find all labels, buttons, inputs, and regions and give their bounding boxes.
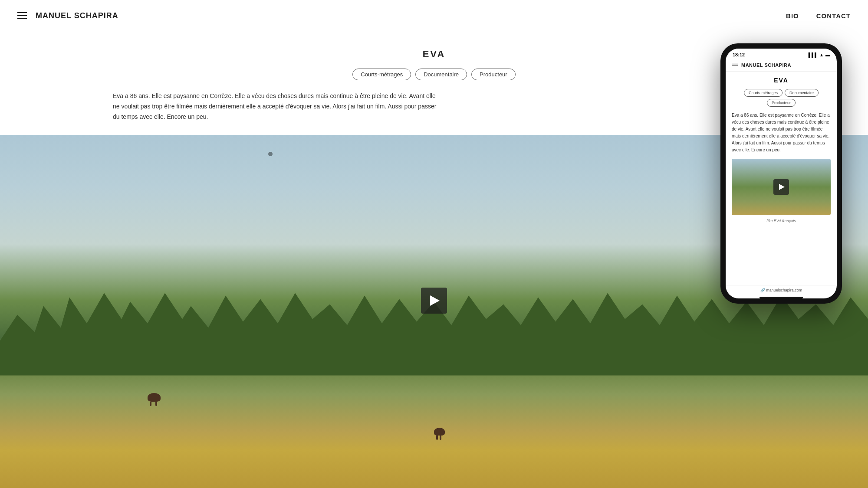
phone-mockup: 18:12 ▌▌▌ ▲ ▬ MANUEL SCHAPIRA EVA Courts… bbox=[720, 43, 842, 304]
bio-link[interactable]: BIO bbox=[786, 12, 799, 20]
battery-icon: ▬ bbox=[825, 52, 830, 57]
phone-content[interactable]: EVA Courts-métrages Documentaire Product… bbox=[726, 72, 837, 285]
phone-tag-producteur[interactable]: Producteur bbox=[767, 99, 796, 107]
wifi-icon: ▲ bbox=[819, 52, 824, 57]
phone-tag-courts[interactable]: Courts-métrages bbox=[744, 89, 783, 97]
cursor bbox=[268, 152, 273, 156]
cow-2 bbox=[434, 428, 445, 436]
phone-play-triangle-icon bbox=[779, 184, 785, 190]
site-title: MANUEL SCHAPIRA bbox=[36, 11, 118, 20]
site-header: MANUEL SCHAPIRA BIO CONTACT bbox=[0, 0, 868, 31]
phone-video-caption: film EVA français bbox=[732, 219, 831, 223]
phone-hamburger-icon[interactable] bbox=[732, 63, 738, 68]
link-icon: 🔗 bbox=[760, 288, 766, 292]
tag-documentaire[interactable]: Documentaire bbox=[415, 69, 467, 80]
phone-time: 18:12 bbox=[733, 52, 745, 57]
phone-project-title: EVA bbox=[732, 77, 831, 84]
tag-producteur[interactable]: Producteur bbox=[471, 69, 516, 80]
hamburger-menu-button[interactable] bbox=[17, 12, 27, 19]
phone-tag-documentaire[interactable]: Documentaire bbox=[785, 89, 819, 97]
phone-status-bar: 18:12 ▌▌▌ ▲ ▬ bbox=[726, 49, 837, 59]
cow-1 bbox=[148, 393, 161, 402]
signal-icon: ▌▌▌ bbox=[809, 52, 818, 57]
phone-footer: 🔗 manuelschapira.com bbox=[726, 285, 837, 295]
phone-website-text: manuelschapira.com bbox=[766, 288, 802, 292]
phone-tags-row: Courts-métrages Documentaire Producteur bbox=[732, 89, 831, 107]
phone-status-icons: ▌▌▌ ▲ ▬ bbox=[809, 52, 830, 57]
tag-courts-metrages[interactable]: Courts-métrages bbox=[352, 69, 411, 80]
play-triangle-icon bbox=[430, 295, 440, 306]
header-left: MANUEL SCHAPIRA bbox=[17, 11, 118, 20]
project-description: Eva a 86 ans. Elle est paysanne en Corrè… bbox=[113, 91, 443, 122]
phone-website-link[interactable]: 🔗 manuelschapira.com bbox=[760, 288, 802, 292]
phone-screen: 18:12 ▌▌▌ ▲ ▬ MANUEL SCHAPIRA EVA Courts… bbox=[726, 49, 837, 298]
phone-project-description: Eva a 86 ans. Elle est paysanne en Corrè… bbox=[732, 112, 831, 154]
phone-home-indicator bbox=[760, 297, 803, 298]
phone-video-thumbnail[interactable] bbox=[732, 159, 831, 215]
main-nav: BIO CONTACT bbox=[786, 12, 851, 20]
video-play-button[interactable] bbox=[421, 288, 447, 314]
contact-link[interactable]: CONTACT bbox=[816, 12, 851, 20]
phone-play-button[interactable] bbox=[773, 179, 789, 195]
phone-header: MANUEL SCHAPIRA bbox=[726, 59, 837, 72]
phone-site-title: MANUEL SCHAPIRA bbox=[741, 62, 791, 68]
